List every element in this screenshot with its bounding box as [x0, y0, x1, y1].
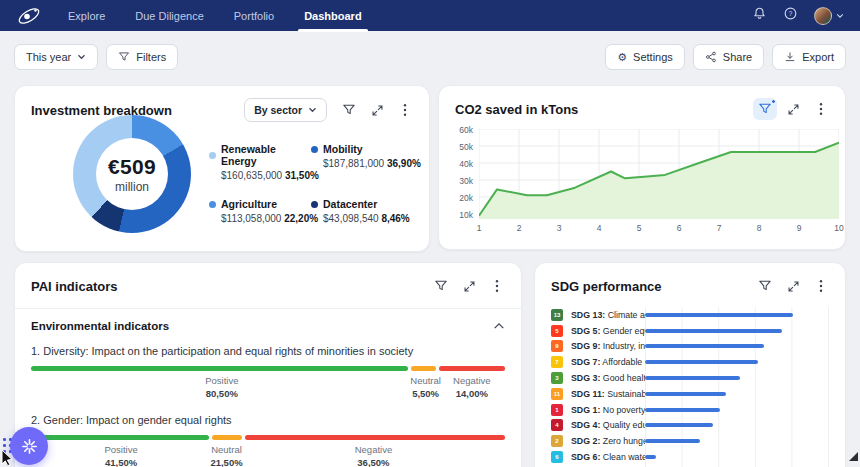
legend-label-text: Agriculture: [221, 198, 277, 210]
filter-icon[interactable]: [337, 99, 361, 121]
investment-donut-chart[interactable]: €509 million: [73, 115, 191, 233]
app-logo-icon[interactable]: [16, 6, 42, 26]
sdg-goal-label: SDG 13: Climate action: [571, 310, 645, 320]
y-axis-tick: 50k: [445, 142, 473, 152]
by-sector-select-label: By sector: [254, 104, 302, 116]
pai-segment-value: 80,50%: [205, 388, 238, 399]
sdg-bar: [645, 408, 720, 412]
co2-line-chart[interactable]: [479, 129, 839, 219]
sdg-row: 3SDG 3: Good health ...: [551, 370, 829, 386]
sdg-bar-track: [645, 433, 829, 449]
filter-icon-active[interactable]: [753, 98, 777, 120]
period-select[interactable]: This year: [14, 44, 98, 70]
sdg-bar-chart[interactable]: 13SDG 13: Climate action5SDG 5: Gender e…: [535, 307, 845, 467]
pai-bar-segment-neutral: [411, 366, 437, 371]
pai-bar-labels: Positive80,50%Neutral5,50%Negative14,00%: [31, 375, 505, 401]
y-axis-tick: 60k: [445, 125, 473, 135]
avatar[interactable]: [814, 7, 832, 25]
x-axis-tick: 6: [677, 223, 682, 233]
legend-item: Renewable Energy$160,635,000 31,50%: [209, 143, 311, 181]
chevron-up-icon[interactable]: [493, 322, 505, 330]
sdg-goal-code: SDG 5:: [571, 326, 600, 336]
filters-button[interactable]: Filters: [106, 44, 178, 70]
pai-bar-labels: Positive41,50%Neutral21,50%Negative36,50…: [31, 444, 505, 467]
sdg-bar-track: [645, 339, 829, 355]
sdg-goal-code: SDG 2:: [571, 436, 600, 446]
chevron-down-icon: [836, 13, 844, 19]
investment-breakdown-card: Investment breakdown By sector €509 mill…: [14, 85, 430, 252]
legend-item-values: $187,881,000 36,90%: [323, 158, 421, 169]
sdg-bar: [645, 344, 764, 348]
sdg-bar-track: [645, 307, 829, 323]
sdg-bar: [645, 392, 726, 396]
sdg-row: 13SDG 13: Climate action: [551, 307, 829, 323]
card-title: Investment breakdown: [31, 103, 172, 118]
y-axis-tick: 40k: [445, 159, 473, 169]
x-axis-tick: 4: [597, 223, 602, 233]
legend-item-label: Agriculture: [209, 198, 311, 210]
legend-item: Agriculture$113,058,000 22,20%: [209, 198, 311, 224]
more-menu-icon[interactable]: [393, 99, 417, 121]
legend-item-values: $160,635,000 31,50%: [221, 170, 311, 181]
expand-icon[interactable]: [781, 98, 805, 120]
pai-bar-segment-negative: [245, 435, 505, 440]
filter-icon[interactable]: [429, 275, 453, 297]
x-axis-tick: 10: [834, 223, 843, 233]
legend-item: Datacenter$43,098,540 8,46%: [311, 198, 421, 224]
sdg-bar-track: [645, 370, 829, 386]
nav-item-portfolio[interactable]: Portfolio: [234, 0, 274, 31]
expand-icon[interactable]: [457, 275, 481, 297]
y-axis-tick: 30k: [445, 176, 473, 186]
pai-segment-value: 14,00%: [453, 388, 491, 399]
active-tab-indicator: [298, 29, 367, 32]
sdg-row: 11SDG 11: Sustainable ...: [551, 386, 829, 402]
sdg-goal-icon: 7: [551, 356, 563, 368]
pai-indicator-item: 2. Gender: Impact on gender equal rights…: [31, 414, 505, 467]
x-axis-tick: 7: [717, 223, 722, 233]
notifications-bell-icon[interactable]: [752, 6, 767, 25]
sdg-goal-icon: 6: [551, 451, 563, 463]
toolbar: This year Filters ⚙ Settings Share Expor…: [14, 44, 846, 70]
sdg-goal-code: SDG 13:: [571, 310, 605, 320]
more-menu-icon[interactable]: [485, 275, 509, 297]
y-axis-tick: 10k: [445, 210, 473, 220]
legend-dot-icon: [209, 152, 216, 159]
by-sector-select[interactable]: By sector: [244, 98, 327, 122]
sdg-row: 1SDG 1: No poverty: [551, 402, 829, 418]
environmental-indicators-section[interactable]: Environmental indicators: [15, 309, 521, 332]
expand-icon[interactable]: [781, 275, 805, 297]
sdg-row: 5SDG 5: Gender equality: [551, 323, 829, 339]
pai-indicators-card: PAI indicators Environmental indicators …: [14, 262, 522, 467]
more-menu-icon[interactable]: [809, 275, 833, 297]
sdg-bar: [645, 376, 740, 380]
help-icon[interactable]: ?: [783, 6, 798, 25]
y-axis-tick: 20k: [445, 193, 473, 203]
pai-segment-label: Negative14,00%: [453, 375, 491, 399]
legend-item-label: Mobility: [311, 143, 421, 155]
resize-handle-icon[interactable]: [849, 447, 858, 465]
user-menu[interactable]: [814, 7, 844, 25]
sdg-bar-track: [645, 418, 829, 434]
sparkle-icon: [21, 438, 38, 455]
nav-item-explore[interactable]: Explore: [68, 0, 105, 31]
assistant-fab-button[interactable]: [10, 427, 48, 465]
pai-stacked-bar: [31, 366, 505, 371]
expand-icon[interactable]: [365, 99, 389, 121]
pai-indicator-item: 1. Diversity: Impact on the participatio…: [31, 345, 505, 401]
nav-item-dashboard[interactable]: Dashboard: [304, 0, 361, 31]
pai-items: 1. Diversity: Impact on the participatio…: [15, 345, 521, 467]
nav-item-due-diligence[interactable]: Due Diligence: [135, 0, 203, 31]
sdg-performance-card: SDG performance 13SDG 13: Climate action…: [534, 262, 846, 467]
share-button[interactable]: Share: [693, 44, 764, 70]
filter-icon[interactable]: [753, 275, 777, 297]
sdg-bar: [645, 439, 700, 443]
card-title: CO2 saved in kTons: [455, 102, 578, 117]
export-button[interactable]: Export: [772, 44, 846, 70]
share-icon: [705, 51, 717, 63]
settings-button[interactable]: ⚙ Settings: [605, 44, 685, 70]
sdg-goal-label: SDG 1: No poverty: [571, 405, 645, 415]
chevron-down-icon: [308, 107, 317, 113]
more-menu-icon[interactable]: [809, 98, 833, 120]
sdg-goal-label: SDG 6: Clean water ...: [571, 452, 645, 462]
pai-segment-label: Negative36,50%: [355, 444, 393, 467]
